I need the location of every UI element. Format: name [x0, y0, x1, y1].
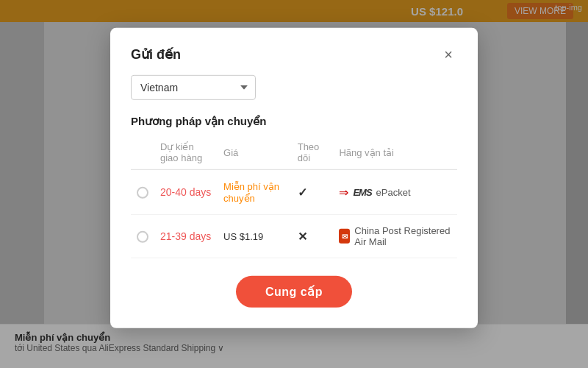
ems-logo: EMS: [353, 186, 371, 197]
table-row[interactable]: 21-39 days US $1.19 ✕ ✉ China Post Regis…: [131, 214, 457, 258]
col-header-price: Giá: [218, 137, 292, 170]
china-post-label: China Post Registered Air Mail: [354, 225, 451, 247]
row1-tracking: ✓: [292, 169, 334, 214]
submit-area: Cung cấp: [131, 276, 457, 308]
shipping-modal: Gửi đến × Vietnam United States China Ja…: [110, 28, 478, 328]
table-row[interactable]: 20-40 days Miễn phí vận chuyển ✓ ⇒ EMS e…: [131, 169, 457, 214]
china-post-icon: ✉: [339, 229, 350, 244]
col-header-tracking: Theo dõi: [292, 137, 334, 170]
col-header-carrier: Hãng vận tải: [333, 137, 457, 170]
row2-days: 21-39 days: [154, 214, 218, 258]
row1-days: 20-40 days: [154, 169, 218, 214]
shipping-section-title: Phương pháp vận chuyển: [131, 115, 457, 128]
row2-price: US $1.19: [218, 214, 292, 258]
row2-carrier-cell: ✉ China Post Registered Air Mail: [339, 225, 451, 247]
modal-header: Gửi đến ×: [131, 46, 457, 63]
ems-arrow-icon: ⇒: [339, 185, 348, 199]
row1-price: Miễn phí vận chuyển: [218, 169, 292, 214]
modal-title: Gửi đến: [131, 46, 181, 63]
row2-radio-cell[interactable]: [131, 214, 154, 258]
col-header-delivery: Dự kiến giao hàng: [154, 137, 218, 170]
country-select[interactable]: Vietnam United States China Japan: [131, 75, 256, 100]
row1-carrier: ⇒ EMS ePacket: [333, 169, 457, 214]
close-button[interactable]: ×: [440, 46, 457, 63]
row1-radio-cell[interactable]: [131, 169, 154, 214]
col-header-empty: [131, 137, 154, 170]
cung-cap-button[interactable]: Cung cấp: [236, 276, 352, 308]
row2-tracking: ✕: [292, 214, 334, 258]
epacket-label: ePacket: [376, 186, 411, 197]
shipping-table: Dự kiến giao hàng Giá Theo dõi Hãng vận …: [131, 137, 457, 258]
row1-radio[interactable]: [137, 186, 148, 198]
row2-carrier: ✉ China Post Registered Air Mail: [333, 214, 457, 258]
row1-carrier-cell: ⇒ EMS ePacket: [339, 185, 451, 199]
row2-radio[interactable]: [137, 230, 148, 242]
